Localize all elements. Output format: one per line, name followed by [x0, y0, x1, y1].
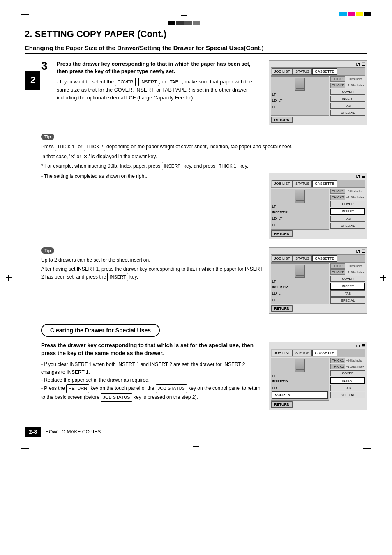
return-btn3[interactable]: RETURN [271, 304, 365, 312]
thick1-row2: THICK1 ~90lbs.Index [330, 189, 365, 194]
light-gray-bar [193, 21, 200, 25]
p4-ld: LD [272, 385, 277, 391]
cover-side-btn3[interactable]: COVER [330, 276, 365, 282]
step3-body: - If you want to select the COVER, INSER… [57, 78, 263, 101]
panel1-wifi-icon: ☰ [362, 62, 365, 67]
panel1-buttons: THICK1 ~90lbs.Index THICK2 ~110lbs.Index… [330, 76, 365, 116]
tab-side-btn3[interactable]: TAB [330, 290, 365, 297]
status-btn3[interactable]: STATUS [293, 255, 312, 262]
cover-side-btn1[interactable]: COVER [330, 89, 365, 95]
thick2-btn1[interactable]: THICK2 [330, 83, 345, 88]
thick2-btn3[interactable]: THICK2 [330, 269, 345, 275]
return-label2[interactable]: RETURN [271, 230, 293, 237]
copier-icon3 [295, 265, 305, 278]
tip1-label: Tip [41, 134, 54, 140]
job-list-btn3[interactable]: JOB LIST [272, 255, 293, 262]
thick2-btn2[interactable]: THICK2 [330, 195, 345, 200]
special-side-btn4[interactable]: SPECIAL [330, 392, 365, 398]
step3-text: Press the drawer key corresponding to th… [57, 60, 263, 101]
thick1-row3: THICK1 ~90lbs.Index [330, 263, 365, 269]
thick1-inline: THICK 1 [55, 143, 76, 151]
p3-drawer-row3: LD LT [272, 290, 328, 296]
top-right-marks [339, 12, 371, 25]
status-btn2[interactable]: STATUS [293, 180, 312, 187]
p3-drawer-row1: LT [272, 279, 328, 284]
job-status-key-inline2: JOB STATUS [101, 393, 132, 402]
cyan-bar [339, 12, 347, 16]
copier-img3 [272, 265, 328, 278]
panel2: LT ☰ JOB LIST STATUS CASSETTE [269, 173, 367, 241]
thick1-desc2: ~90lbs.Index [346, 190, 362, 193]
insert-side-btn2[interactable]: INSERT [330, 208, 365, 215]
return-btn1[interactable]: RETURN [271, 116, 365, 123]
panel3-top-row: JOB LIST STATUS CASSETTE [271, 254, 365, 263]
return-label1[interactable]: RETURN [271, 117, 293, 123]
panel1-lt: LT [356, 62, 360, 67]
panel4-header: LT ☰ [271, 344, 365, 348]
panel3-drawers: LT INSERT1✕ LD LT [271, 263, 329, 304]
status-btn4[interactable]: STATUS [293, 350, 312, 356]
p4-drawer-row1: LT [272, 373, 328, 379]
thick2-btn4[interactable]: THICK2 [330, 364, 345, 369]
panel4-buttons: THICK1 ~90lbs.Index THICK2 ~110lbs.Index [330, 358, 365, 401]
job-list-btn1[interactable]: JOB LIST [272, 68, 293, 75]
special-side-btn3[interactable]: SPECIAL [330, 297, 365, 304]
thick1-btn4[interactable]: THICK1 [330, 358, 345, 363]
cassette-btn1[interactable]: CASSETTE [312, 68, 337, 75]
main-content: 2. SETTING COPY PAPER (Cont.) Changing t… [21, 29, 371, 437]
thick1-btn2[interactable]: THICK1 [330, 189, 345, 194]
special-btns3: COVER INSERT TAB SPECIAL [330, 276, 365, 304]
panel1-header: LT ☰ [271, 62, 365, 67]
cassette-btn3[interactable]: CASSETTE [312, 255, 337, 262]
page-number: 2-8 [25, 427, 41, 437]
return-label3[interactable]: RETURN [271, 305, 293, 312]
tip2-left: Tip Up to 2 drawers can be set for the s… [41, 247, 263, 315]
cassette-btn2[interactable]: CASSETTE [312, 180, 337, 187]
black-bar2 [364, 12, 371, 16]
panel4-lt: LT [356, 344, 360, 348]
insert-side-btn3[interactable]: INSERT [330, 283, 365, 290]
p3-drawer-row4: LT [272, 297, 328, 303]
job-list-btn2[interactable]: JOB LIST [272, 180, 293, 187]
main-layout: 2 3 Press the drawer key corresponding t… [25, 60, 367, 412]
tab-side-btn1[interactable]: TAB [330, 103, 365, 109]
clearing-item2: - Replace the paper set in the drawer as… [41, 376, 263, 384]
lt-label1b: LT [279, 98, 283, 104]
return-label4[interactable]: RETURN [271, 401, 293, 408]
p3-lt3: LT [272, 297, 276, 303]
tip2-section: Tip Up to 2 drawers can be set for the s… [41, 247, 367, 315]
cassette-btn4[interactable]: CASSETTE [312, 350, 337, 356]
tip1-section: Tip Press THICK 1 or THICK 2 depending o… [41, 134, 367, 241]
special-side-btn2[interactable]: SPECIAL [330, 223, 365, 229]
p2-drawer-row2: INSERT1✕ [272, 210, 328, 215]
thick1-desc4: ~90lbs.Index [346, 359, 362, 362]
thick2-row3: THICK2 ~110lbs.Index [330, 269, 365, 275]
p2-lt3: LT [272, 222, 276, 228]
p2-drawer-row4: LT [272, 222, 328, 228]
cover-side-btn4[interactable]: COVER [330, 370, 365, 376]
special-side-btn1[interactable]: SPECIAL [330, 110, 365, 116]
thick1-btn3[interactable]: THICK1 [330, 263, 345, 269]
panel1-inner: LT LD LT LT [271, 76, 365, 116]
tab-side-btn4[interactable]: TAB [330, 385, 365, 391]
special-btns2: COVER INSERT TAB SPECIAL [330, 201, 365, 229]
thick2-desc1: ~110lbs.Index [346, 84, 364, 87]
cover-side-btn2[interactable]: COVER [330, 201, 365, 207]
tip1-line2: In that case, '✕' or '✕.' is displayed i… [41, 153, 367, 160]
return-btn2[interactable]: RETURN [271, 230, 365, 237]
clearing-section: Clearing the Drawer for Special Uses Pre… [41, 324, 367, 412]
panel2-drawers: LT INSERT1✕ LD LT [271, 189, 329, 230]
clearing-item3: - Press the RETURN key on the touch pane… [41, 384, 263, 402]
insert-side-btn4[interactable]: INSERT [330, 377, 365, 384]
copier-img4 [272, 359, 328, 372]
drawer-labels2: LT INSERT1✕ LD LT [272, 204, 328, 228]
insert-side-btn1[interactable]: INSERT [330, 96, 365, 102]
tab-side-btn2[interactable]: TAB [330, 216, 365, 222]
p3-drawer-row2: INSERT1✕ [272, 285, 328, 290]
thick1-btn1[interactable]: THICK1 [330, 76, 345, 82]
bottom-marks [21, 441, 371, 449]
status-btn1[interactable]: STATUS [293, 68, 312, 75]
tab-key: TAB [168, 78, 180, 86]
return-btn4[interactable]: RETURN [271, 401, 365, 408]
job-list-btn4[interactable]: JOB LIST [272, 350, 293, 356]
